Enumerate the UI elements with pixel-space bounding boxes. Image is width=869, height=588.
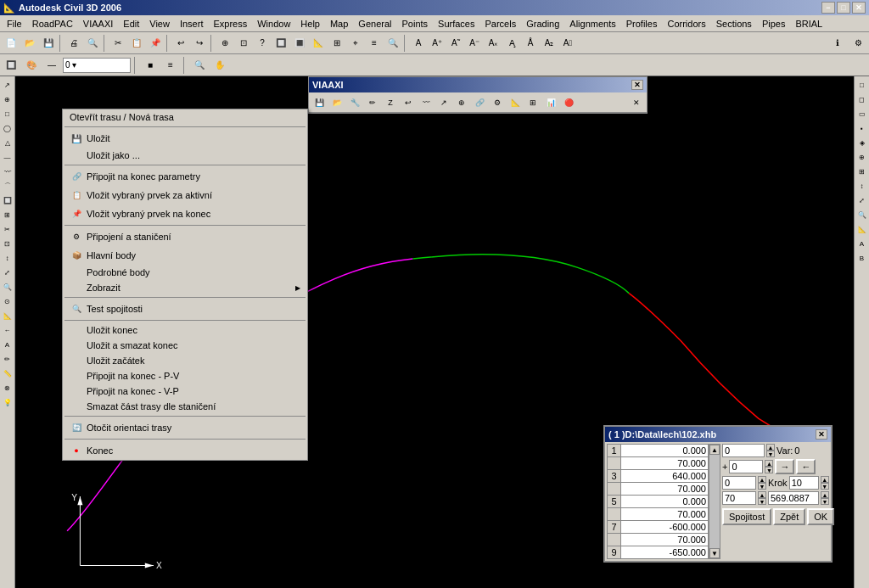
viaaxi-tool12[interactable]: 📊 <box>542 94 559 111</box>
left-btn-11[interactable]: ↕ <box>1 251 14 265</box>
tb4[interactable]: 🔲 <box>272 34 290 53</box>
ctx-ulozit-konec-item[interactable]: Uložit konec <box>63 322 307 338</box>
left-btn-8[interactable]: ⊞ <box>1 208 14 221</box>
menu-corridors[interactable]: Corridors <box>662 17 710 31</box>
spin-up-5[interactable]: ▲ <box>821 491 829 498</box>
info-button[interactable]: ℹ <box>828 34 847 53</box>
left-btn-18[interactable]: ✏ <box>1 352 14 366</box>
input-field-3[interactable] <box>722 476 756 490</box>
data-close-button[interactable]: ✕ <box>816 429 827 440</box>
ctx-vlozit-aktivni[interactable]: 📋 Vložit vybraný prvek za aktivní <box>63 186 307 204</box>
left-btn-6[interactable]: ⌒ <box>1 179 14 193</box>
menu-pipes[interactable]: Pipes <box>757 17 791 31</box>
arrow-left-btn[interactable]: ← <box>796 459 816 474</box>
left-btn-12[interactable]: ⤢ <box>1 266 14 279</box>
menu-alignments[interactable]: Alignments <box>564 17 620 31</box>
tb16[interactable]: A̧ <box>502 34 521 53</box>
tb3[interactable]: ? <box>253 34 272 53</box>
menu-map[interactable]: Map <box>325 17 353 31</box>
left-btn-select[interactable]: ⊕ <box>1 92 14 106</box>
print-button[interactable]: 🖨 <box>64 34 83 53</box>
tb2[interactable]: ⊡ <box>234 34 253 53</box>
open-button[interactable]: 📂 <box>20 34 39 53</box>
weight-btn[interactable]: ≡ <box>161 56 180 75</box>
left-btn-1[interactable]: □ <box>1 107 14 120</box>
ctx-konec[interactable]: ● Konec <box>63 441 307 460</box>
viaaxi-tool3[interactable]: Z <box>382 94 399 111</box>
left-btn-13[interactable]: 🔍 <box>1 280 14 294</box>
spin-down-1[interactable]: ▼ <box>766 451 775 457</box>
ctx-ulozit-jako[interactable]: Uložit jako ... <box>63 148 307 163</box>
viaaxi-tool8[interactable]: 🔗 <box>471 94 488 111</box>
cut-button[interactable]: ✂ <box>109 34 127 53</box>
menu-roadpac[interactable]: RoadPAC <box>27 17 78 31</box>
ctx-hlavni-body[interactable]: 📦 Hlavní body <box>63 246 307 265</box>
right-btn-12[interactable]: A <box>855 237 869 250</box>
spojitost-button[interactable]: Spojitost <box>722 508 771 525</box>
tb11[interactable]: A <box>409 34 428 53</box>
zoom-btn[interactable]: 🔍 <box>190 56 209 75</box>
tb17[interactable]: Å <box>521 34 540 53</box>
ctx-header[interactable]: Otevřít trasu / Nová trasa <box>63 109 307 125</box>
layer-dropdown[interactable]: 0 ▾ <box>63 58 131 73</box>
viaaxi-close-button[interactable]: ✕ <box>631 80 643 90</box>
spin-up-1[interactable]: ▲ <box>766 444 775 451</box>
menu-help[interactable]: Help <box>295 17 325 31</box>
layer-btn[interactable]: 🔲 <box>2 56 20 75</box>
right-btn-6[interactable]: ⊕ <box>855 150 869 164</box>
input-field-5[interactable] <box>768 491 819 505</box>
tb6[interactable]: 📐 <box>309 34 328 53</box>
ctx-ulozit-zacatek[interactable]: Uložit začátek <box>63 353 307 368</box>
close-button[interactable]: ✕ <box>852 2 866 14</box>
menu-insert[interactable]: Insert <box>175 17 209 31</box>
menu-general[interactable]: General <box>353 17 396 31</box>
krok-spin-up[interactable]: ▲ <box>821 476 829 483</box>
menu-parcels[interactable]: Parcels <box>480 17 522 31</box>
save-button[interactable]: 💾 <box>39 34 58 53</box>
viaaxi-save-btn[interactable]: 💾 <box>311 94 328 111</box>
zpet-button[interactable]: Zpět <box>773 508 805 525</box>
right-btn-1[interactable]: □ <box>855 78 869 92</box>
left-btn-3[interactable]: △ <box>1 136 14 149</box>
viaaxi-tool1[interactable]: 🔧 <box>346 94 363 111</box>
ctx-pripojit-konec[interactable]: 🔗 Připojit na konec parametry <box>63 167 307 186</box>
viaaxi-tool5[interactable]: 〰 <box>418 94 434 111</box>
paste-button[interactable]: 📌 <box>146 34 165 53</box>
viaaxi-open-btn[interactable]: 📂 <box>328 94 345 111</box>
viaaxi-tool7[interactable]: ⊕ <box>453 94 470 111</box>
spin-down-3[interactable]: ▼ <box>758 483 766 490</box>
tb8[interactable]: ⌖ <box>346 34 365 53</box>
spin-down-5[interactable]: ▼ <box>821 498 829 505</box>
ctx-pripojit-pv[interactable]: Připojit na konec - P-V <box>63 368 307 384</box>
undo-button[interactable]: ↩ <box>171 34 190 53</box>
drawing-area[interactable]: Y X Otevřít trasu / Nová trasa 💾 Uložit … <box>15 76 854 588</box>
left-btn-5[interactable]: 〰 <box>1 165 14 178</box>
right-btn-5[interactable]: ◈ <box>855 136 869 149</box>
tb13[interactable]: A˜ <box>446 34 465 53</box>
left-btn-20[interactable]: ⊗ <box>1 381 14 395</box>
ctx-otocit[interactable]: 🔄 Otočit orientaci trasy <box>63 418 307 437</box>
left-btn-16[interactable]: ← <box>1 323 14 337</box>
tb10[interactable]: 🔍 <box>384 34 402 53</box>
ctx-ulozit-smazat[interactable]: Uložit a smazat konec <box>63 338 307 353</box>
ctx-pripojit-vp[interactable]: Připojit na konec - V-P <box>63 384 307 399</box>
spin-up-3[interactable]: ▲ <box>758 476 766 483</box>
ctx-vlozit-konec[interactable]: 📌 Vložit vybraný prvek na konec <box>63 204 307 223</box>
left-btn-9[interactable]: ✂ <box>1 222 14 236</box>
left-btn-19[interactable]: 📏 <box>1 367 14 380</box>
input-field-1[interactable] <box>722 444 765 457</box>
menu-viaaxi[interactable]: VIAAXI <box>78 17 118 31</box>
input-field-2[interactable] <box>729 460 763 473</box>
viaaxi-tool13[interactable]: 🔴 <box>560 94 577 111</box>
left-btn-7[interactable]: 🔲 <box>1 193 14 207</box>
right-btn-3[interactable]: ▭ <box>855 107 869 120</box>
tb1[interactable]: ⊕ <box>216 34 234 53</box>
left-btn-15[interactable]: 📐 <box>1 309 14 322</box>
right-btn-4[interactable]: ▪ <box>855 121 869 135</box>
viaaxi-tool10[interactable]: 📐 <box>507 94 524 111</box>
ctx-test-spojitosti[interactable]: 🔍 Test spojitosti <box>63 300 307 318</box>
viaaxi-tool2[interactable]: ✏ <box>364 94 381 111</box>
krok-input[interactable] <box>789 476 819 490</box>
color-btn[interactable]: 🎨 <box>22 56 41 75</box>
table-scrollbar[interactable]: ▲ ▼ <box>709 444 720 559</box>
